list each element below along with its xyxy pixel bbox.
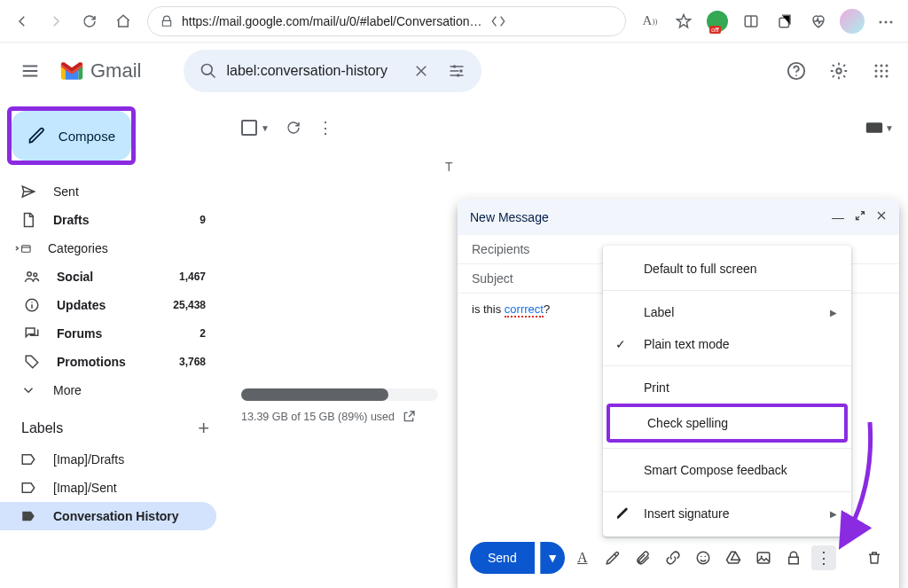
- fullscreen-button[interactable]: [855, 210, 865, 224]
- split-screen-button[interactable]: [736, 6, 766, 36]
- misspelled-word[interactable]: corrrect: [505, 302, 544, 318]
- svg-point-17: [886, 75, 888, 78]
- gmail-header: Gmail: [0, 43, 908, 99]
- svg-point-24: [697, 552, 709, 564]
- list-toolbar: ▼ ⋮ ▼: [241, 106, 894, 149]
- open-link-icon[interactable]: [402, 410, 416, 424]
- nav-sent[interactable]: Sent: [0, 177, 216, 206]
- menu-label[interactable]: Label▶: [603, 296, 851, 328]
- svg-point-22: [31, 302, 33, 303]
- main-menu-button[interactable]: [9, 50, 51, 92]
- back-button[interactable]: [7, 6, 37, 36]
- discard-button[interactable]: [862, 545, 887, 570]
- label-icon: [20, 451, 37, 468]
- svg-point-25: [701, 556, 702, 558]
- nav-categories[interactable]: Categories: [0, 234, 216, 263]
- pencil-icon: [27, 126, 46, 145]
- compose-title: New Message: [470, 210, 549, 224]
- label-icon: [20, 479, 37, 497]
- gmail-logo[interactable]: Gmail: [59, 59, 141, 82]
- more-options-button[interactable]: ⋮: [811, 545, 836, 570]
- confidential-button[interactable]: [781, 545, 806, 570]
- nav-social[interactable]: Social 1,467: [0, 263, 216, 291]
- favorite-button[interactable]: [669, 6, 699, 36]
- svg-point-14: [886, 70, 888, 73]
- draft-icon: [20, 211, 37, 229]
- menu-default-fullscreen[interactable]: Default to full screen: [603, 253, 851, 285]
- link-button[interactable]: [661, 545, 685, 570]
- search-input[interactable]: [226, 63, 403, 79]
- menu-smart-compose-feedback[interactable]: Smart Compose feedback: [603, 454, 851, 486]
- menu-check-spelling[interactable]: Check spelling: [610, 407, 844, 439]
- close-compose-button[interactable]: [876, 210, 887, 224]
- drive-button[interactable]: [721, 545, 746, 570]
- formatting-button[interactable]: A: [570, 545, 595, 570]
- attach-button[interactable]: [630, 545, 655, 570]
- check-icon: ✓: [615, 337, 626, 351]
- signature-pen-icon: [615, 506, 630, 521]
- hz-icon: [491, 14, 505, 28]
- apps-button[interactable]: [864, 53, 899, 89]
- compose-button[interactable]: Compose: [12, 111, 131, 161]
- svg-point-7: [795, 74, 797, 76]
- refresh-button[interactable]: [74, 6, 105, 36]
- read-aloud-button[interactable]: A)): [635, 6, 665, 36]
- svg-point-4: [453, 65, 456, 67]
- more-options-menu: Default to full screen Label▶ ✓Plain tex…: [603, 246, 851, 537]
- clear-search-button[interactable]: [403, 53, 439, 89]
- svg-point-11: [886, 65, 888, 67]
- search-icon[interactable]: [191, 53, 226, 89]
- svg-rect-23: [866, 122, 882, 133]
- nav-updates[interactable]: Updates 25,438: [0, 291, 216, 319]
- search-bar[interactable]: [184, 50, 481, 92]
- gmail-logo-text: Gmail: [90, 59, 141, 82]
- tab-indicator: T: [241, 149, 894, 184]
- settings-button[interactable]: [821, 53, 857, 89]
- nav-drafts[interactable]: Drafts 9: [0, 206, 216, 234]
- forum-icon: [23, 325, 41, 342]
- address-bar[interactable]: https://mail.google.com/mail/u/0/#label/…: [147, 6, 626, 36]
- gmail-logo-icon: [59, 61, 85, 81]
- nav-more[interactable]: More: [0, 376, 216, 404]
- tag-icon: [23, 353, 41, 371]
- nav-promotions[interactable]: Promotions 3,768: [0, 348, 216, 376]
- svg-rect-18: [22, 246, 31, 252]
- forward-button[interactable]: [41, 6, 71, 36]
- refresh-list-button[interactable]: [286, 120, 301, 136]
- profile-avatar[interactable]: [837, 6, 867, 36]
- minimize-button[interactable]: —: [832, 210, 844, 224]
- check-spelling-highlight: Check spelling: [607, 404, 848, 443]
- compose-header[interactable]: New Message —: [458, 200, 899, 235]
- more-list-button[interactable]: ⋮: [317, 118, 333, 137]
- compose-window: New Message — Recipients Subject is this…: [458, 200, 899, 588]
- horizontal-scrollbar[interactable]: [241, 388, 438, 401]
- compose-footer: Send ▼ A ⋮: [458, 533, 899, 588]
- home-button[interactable]: [108, 6, 138, 36]
- svg-point-20: [34, 273, 37, 277]
- label-imap-drafts[interactable]: [Imap]/Drafts: [0, 445, 216, 474]
- add-label-button[interactable]: +: [198, 417, 209, 440]
- browser-menu-button[interactable]: ⋯: [871, 6, 901, 36]
- input-tools-button[interactable]: ▼: [865, 122, 894, 134]
- svg-point-12: [875, 70, 878, 73]
- support-button[interactable]: [779, 53, 814, 89]
- menu-print[interactable]: Print: [603, 372, 851, 404]
- image-button[interactable]: [751, 545, 776, 570]
- emoji-button[interactable]: [691, 545, 716, 570]
- menu-insert-signature[interactable]: Insert signature▶: [603, 498, 851, 529]
- select-checkbox[interactable]: ▼: [241, 120, 270, 136]
- label-icon: [20, 507, 37, 525]
- send-button[interactable]: Send: [470, 542, 535, 574]
- search-options-button[interactable]: [439, 53, 474, 89]
- nav-forums[interactable]: Forums 2: [0, 319, 216, 348]
- svg-point-8: [836, 68, 841, 74]
- send-options-button[interactable]: ▼: [540, 542, 565, 574]
- label-conversation-history[interactable]: Conversation History: [0, 502, 216, 530]
- extension-cm-icon[interactable]: [702, 6, 732, 36]
- label-imap-sent[interactable]: [Imap]/Sent: [0, 474, 216, 502]
- category-expand-icon: [14, 239, 32, 257]
- pen-button[interactable]: [600, 545, 625, 570]
- collections-button[interactable]: [770, 6, 800, 36]
- menu-plain-text[interactable]: ✓Plain text mode: [603, 328, 851, 360]
- health-icon[interactable]: [803, 6, 834, 36]
